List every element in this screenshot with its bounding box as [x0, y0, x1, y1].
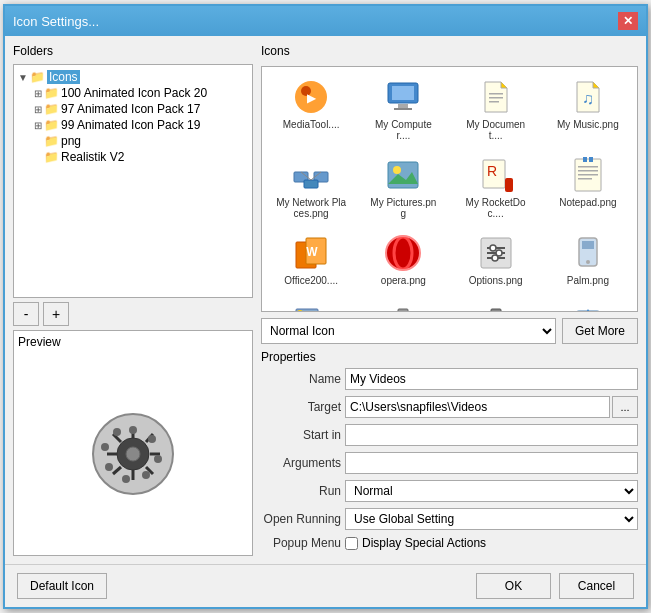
icon-item-recycle[interactable] [543, 294, 633, 312]
prop-popup-row: Popup Menu Display Special Actions [261, 536, 638, 550]
icon-item-row4-1[interactable] [266, 294, 356, 312]
run-select[interactable]: Normal Minimized Maximized [345, 480, 638, 502]
icons-grid: ▶ MediaTool.... [262, 67, 637, 312]
svg-rect-75 [491, 309, 501, 312]
tree-item-2-label: 97 Animated Icon Pack 17 [61, 102, 200, 116]
icon-name-pictures: My Pictures.png [368, 197, 438, 219]
tree-item-2[interactable]: ⊞ 📁 97 Animated Icon Pack 17 [34, 101, 248, 117]
folder-icon: 📁 [30, 70, 45, 84]
notepad-icon [568, 155, 608, 195]
svg-rect-43 [578, 170, 598, 172]
dialog: Icon Settings... ✕ Folders ▼ 📁 Icons ⊞ 📁 [3, 4, 648, 609]
prop-name-row: Name [261, 368, 638, 390]
icon-item-pictures[interactable]: My Pictures.png [358, 149, 448, 225]
icon-name-office: Office200.... [284, 275, 338, 286]
popup-menu-checkbox[interactable] [345, 537, 358, 550]
icon-item-network[interactable]: My Network Places.png [266, 149, 356, 225]
folder-icon-5: 📁 [44, 150, 59, 164]
icon-item-mydocument[interactable]: My Document.... [451, 71, 541, 147]
prop-run-row: Run Normal Minimized Maximized [261, 480, 638, 502]
tree-root-item[interactable]: ▼ 📁 Icons [18, 69, 248, 85]
svg-point-12 [148, 435, 156, 443]
default-icon-button[interactable]: Default Icon [17, 573, 107, 599]
cancel-button[interactable]: Cancel [559, 573, 634, 599]
icon-item-trash1[interactable] [358, 294, 448, 312]
icon-item-opera[interactable]: opera.png [358, 227, 448, 292]
popup-menu-label: Popup Menu [261, 536, 341, 550]
expand-icon-2: ⊞ [34, 104, 42, 115]
svg-rect-77 [577, 311, 599, 312]
start-in-input[interactable] [345, 424, 638, 446]
svg-rect-44 [578, 174, 598, 176]
folders-label: Folders [13, 44, 253, 58]
folder-icon-1: 📁 [44, 86, 59, 100]
folder-icon-3: 📁 [44, 118, 59, 132]
svg-rect-26 [489, 93, 503, 95]
target-input[interactable] [345, 396, 610, 418]
tree-item-4-label: png [61, 134, 81, 148]
icon-item-options[interactable]: Options.png [451, 227, 541, 292]
svg-rect-40 [505, 178, 513, 192]
svg-rect-62 [582, 241, 594, 249]
popup-menu-checkbox-label: Display Special Actions [362, 536, 486, 550]
footer-right: OK Cancel [476, 573, 634, 599]
preview-content [14, 353, 252, 555]
icon-item-mycomputer[interactable]: My Computer.... [358, 71, 448, 147]
ok-button[interactable]: OK [476, 573, 551, 599]
tree-item-5[interactable]: ▷ 📁 Realistik V2 [34, 149, 248, 165]
add-folder-button[interactable]: + [43, 302, 69, 326]
icon-row4-1 [291, 300, 331, 312]
icon-item-notepad[interactable]: Notepad.png [543, 149, 633, 225]
prop-startin-row: Start in [261, 424, 638, 446]
tree-item-3[interactable]: ⊞ 📁 99 Animated Icon Pack 19 [34, 117, 248, 133]
tree-item-1[interactable]: ⊞ 📁 100 Animated Icon Pack 20 [34, 85, 248, 101]
trash-icon [383, 300, 423, 312]
prop-target-row: Target ... [261, 396, 638, 418]
tree-item-4[interactable]: ▷ 📁 png [34, 133, 248, 149]
rocketdoc-icon: R [476, 155, 516, 195]
open-running-select[interactable]: Use Global Setting Yes No [345, 508, 638, 530]
svg-point-14 [142, 471, 150, 479]
folder-icon-4: 📁 [44, 134, 59, 148]
svg-rect-32 [304, 180, 318, 188]
arguments-input[interactable] [345, 452, 638, 474]
browse-button[interactable]: ... [612, 396, 638, 418]
target-input-group: ... [345, 396, 638, 418]
icon-item-palm[interactable]: Palm.png [543, 227, 633, 292]
network-icon [291, 155, 331, 195]
svg-rect-69 [398, 309, 408, 312]
icon-name-opera: opera.png [381, 275, 426, 286]
get-more-button[interactable]: Get More [562, 318, 638, 344]
svg-point-17 [101, 443, 109, 451]
icon-item-trash2[interactable]: ↩ [451, 294, 541, 312]
sub-items: ⊞ 📁 100 Animated Icon Pack 20 ⊞ 📁 97 Ani… [18, 85, 248, 165]
opera-icon [383, 233, 423, 273]
properties-section: Properties Name Target ... Start in [261, 350, 638, 556]
mediatool-icon: ▶ [291, 77, 331, 117]
icon-item-rocketdoc[interactable]: R My RocketDoc.... [451, 149, 541, 225]
icon-name-mycomputer: My Computer.... [368, 119, 438, 141]
trash2-icon: ↩ [476, 300, 516, 312]
right-panel: Icons ▶ MediaTool.... [261, 44, 638, 556]
office-icon: W [291, 233, 331, 273]
pictures-icon [383, 155, 423, 195]
close-button[interactable]: ✕ [618, 12, 638, 30]
icon-item-office[interactable]: W Office200.... [266, 227, 356, 292]
svg-text:▶: ▶ [307, 91, 317, 105]
icons-grid-container[interactable]: ▶ MediaTool.... [261, 66, 638, 312]
properties-label: Properties [261, 350, 638, 364]
folder-tree[interactable]: ▼ 📁 Icons ⊞ 📁 100 Animated Icon Pack 20 … [13, 64, 253, 298]
svg-rect-24 [398, 104, 408, 108]
icon-item-mediatool[interactable]: ▶ MediaTool.... [266, 71, 356, 147]
svg-rect-42 [578, 166, 598, 168]
svg-rect-28 [489, 101, 499, 103]
icon-type-select[interactable]: Normal Icon Large Icon Small Icon [261, 318, 556, 344]
prop-openrunning-row: Open Running Use Global Setting Yes No [261, 508, 638, 530]
remove-folder-button[interactable]: - [13, 302, 39, 326]
open-running-label: Open Running [261, 512, 341, 526]
icon-item-mymusic[interactable]: ♫ My Music.png [543, 71, 633, 147]
tree-root-label: Icons [47, 70, 80, 84]
svg-point-58 [490, 245, 496, 251]
film-reel-icon [91, 412, 176, 497]
name-input[interactable] [345, 368, 638, 390]
